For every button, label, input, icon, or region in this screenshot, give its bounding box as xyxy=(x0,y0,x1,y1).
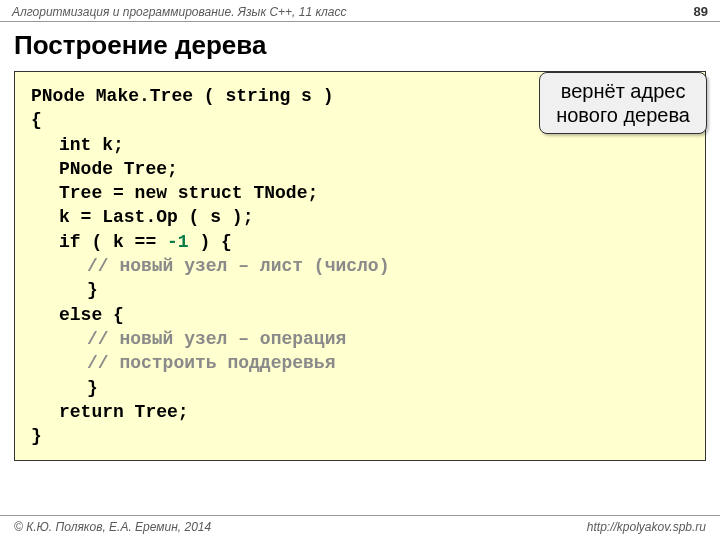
code-line: // новый узел – лист (число) xyxy=(31,254,689,278)
slide-header: Алгоритмизация и программирование. Язык … xyxy=(0,0,720,22)
code-line: if ( k == -1 ) { xyxy=(31,230,689,254)
page-number: 89 xyxy=(694,4,708,19)
callout-return: вернёт адрес нового дерева xyxy=(539,72,707,134)
code-line: k = Last.Op ( s ); xyxy=(31,205,689,229)
code-line: } xyxy=(31,278,689,302)
course-title: Алгоритмизация и программирование. Язык … xyxy=(12,5,347,19)
callout-line2: нового дерева xyxy=(556,104,690,126)
code-line: int k; xyxy=(31,133,689,157)
code-line: } xyxy=(31,376,689,400)
copyright: © К.Ю. Поляков, Е.А. Еремин, 2014 xyxy=(14,520,211,534)
code-line: Tree = new struct TNode; xyxy=(31,181,689,205)
slide-title: Построение дерева xyxy=(0,22,720,71)
code-line: // построить поддеревья xyxy=(31,351,689,375)
slide: Алгоритмизация и программирование. Язык … xyxy=(0,0,720,540)
code-box: вернёт адрес нового дерева PNode Make.Tr… xyxy=(14,71,706,461)
code-line: else { xyxy=(31,303,689,327)
code-line: } xyxy=(31,424,689,448)
code-line: PNode Tree; xyxy=(31,157,689,181)
code-line: // новый узел – операция xyxy=(31,327,689,351)
callout-line1: вернёт адрес xyxy=(561,80,686,102)
code-line: return Tree; xyxy=(31,400,689,424)
footer-link: http://kpolyakov.spb.ru xyxy=(587,520,706,534)
slide-footer: © К.Ю. Поляков, Е.А. Еремин, 2014 http:/… xyxy=(0,515,720,534)
